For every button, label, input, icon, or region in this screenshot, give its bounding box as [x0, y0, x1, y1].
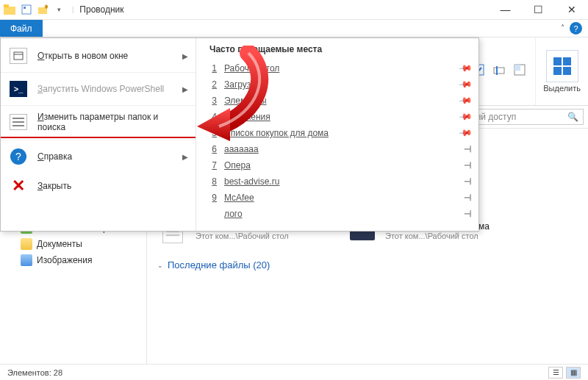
menu-item-label: Закрыть	[37, 181, 188, 191]
freq-label: McAfee	[224, 193, 456, 203]
nav-item-label: Изображения	[37, 255, 92, 265]
chevron-right-icon: ▶	[182, 52, 188, 60]
minimize-button[interactable]: —	[489, 0, 522, 20]
freq-label: Опера	[224, 160, 456, 171]
select-all-button[interactable]	[546, 50, 578, 82]
frequent-place-2[interactable]: 3Элементы📌	[209, 93, 471, 109]
frequent-place-0[interactable]: 1Рабочий стол📌	[209, 60, 471, 76]
frequent-place-7[interactable]: 8best-advise.ru⊣	[209, 173, 471, 190]
folder-blue-icon	[21, 254, 32, 266]
unpin-icon[interactable]: ⊣	[464, 160, 471, 171]
frequent-place-5[interactable]: 6aaaaaaa⊣	[209, 141, 471, 157]
help-icon[interactable]: ?	[570, 22, 582, 35]
ribbon-tab-row: Файл ˄ ?	[0, 20, 588, 37]
quick-access-toolbar: ✱ ▾	[0, 2, 69, 17]
frequent-place-4[interactable]: 5Список покупок для дома📌	[209, 125, 471, 141]
svg-rect-19	[14, 52, 23, 60]
svg-rect-2	[22, 5, 31, 14]
file-menu-item-1: >_Запустить Windows PowerShell▶	[1, 74, 196, 104]
search-icon: 🔍	[567, 112, 578, 122]
menu-item-label: Изменить параметры папок и поиска	[37, 112, 188, 132]
unpin-icon[interactable]: ⊣	[464, 209, 471, 219]
file-menu-item-2[interactable]: Изменить параметры папок и поиска	[1, 107, 196, 137]
frequent-place-8[interactable]: 9McAfee⊣	[209, 190, 471, 206]
close-button[interactable]: ✕	[555, 0, 588, 20]
svg-rect-10	[514, 65, 520, 71]
svg-rect-0	[4, 7, 15, 15]
status-bar: Элементов: 28 ☰ ▦	[0, 364, 588, 380]
freq-index: 3	[209, 96, 217, 106]
folder-yellow-icon	[21, 238, 32, 250]
freq-label: лого	[224, 209, 456, 219]
qat-newfolder-icon[interactable]: ✱	[35, 2, 50, 17]
freq-index: 9	[209, 193, 217, 203]
frequent-place-6[interactable]: 7Опера⊣	[209, 157, 471, 173]
window-title: Проводник	[79, 4, 123, 15]
invert-selection-icon[interactable]	[512, 62, 528, 78]
freq-label: best-advise.ru	[224, 176, 456, 187]
file-menu-item-0[interactable]: Открыть в новом окне▶	[1, 41, 196, 71]
chevron-right-icon: ▶	[182, 153, 188, 161]
pin-icon[interactable]: 📌	[458, 126, 473, 140]
freq-label: aaaaaaa	[224, 144, 456, 154]
pin-icon[interactable]: 📌	[458, 110, 473, 124]
pin-icon[interactable]: 📌	[458, 77, 473, 92]
freq-label: Рабочий стол	[224, 63, 453, 74]
status-item-count: Элементов: 28	[7, 368, 62, 377]
view-icons-button[interactable]: ▦	[566, 367, 581, 379]
highlight-underline	[1, 137, 196, 138]
unpin-icon[interactable]: ⊣	[464, 176, 471, 187]
freq-label: Отражения	[224, 112, 453, 122]
title-bar: ✱ ▾ | Проводник — ☐ ✕	[0, 0, 588, 20]
chevron-down-icon: ⌄	[157, 262, 163, 269]
freq-label: Элементы	[224, 96, 453, 106]
ribbon-group-select: Выделить	[535, 37, 588, 105]
svg-rect-3	[24, 7, 26, 9]
select-label: Выделить	[543, 84, 581, 93]
svg-rect-1	[4, 4, 9, 7]
svg-rect-7	[494, 68, 504, 74]
unpin-icon[interactable]: ⊣	[464, 193, 471, 203]
frequent-place-1[interactable]: 2Загрузки📌	[209, 76, 471, 93]
frequent-place-3[interactable]: 4Отражения📌	[209, 109, 471, 125]
freq-label: Загрузки	[224, 79, 453, 90]
menu-item-label: Открыть в новом окне	[37, 51, 173, 61]
powershell-icon: >_	[8, 79, 29, 99]
window-icon	[8, 46, 29, 66]
frequent-places-header: Часто посещаемые места	[209, 44, 471, 54]
qat-dropdown-icon[interactable]: ▾	[51, 2, 66, 17]
file-tab[interactable]: Файл	[0, 20, 43, 37]
recent-files-label: Последние файлы (20)	[168, 259, 270, 270]
freq-index: 5	[209, 128, 217, 138]
pin-icon[interactable]: 📌	[458, 61, 473, 76]
close-red-icon: ✕	[8, 176, 29, 196]
recent-files-header[interactable]: ⌄ Последние файлы (20)	[157, 259, 578, 270]
options-icon	[8, 112, 29, 132]
freq-label: Список покупок для дома	[224, 128, 453, 138]
freq-index: 2	[209, 79, 217, 90]
file-menu-item-4[interactable]: ✕Закрыть	[1, 171, 196, 201]
item-path: Этот ком...\Рабочий стол	[196, 232, 289, 240]
explorer-icon	[3, 2, 18, 17]
separator: |	[72, 6, 74, 13]
ribbon-expand-icon[interactable]: ˄	[561, 24, 564, 32]
freq-index: 7	[209, 160, 217, 171]
help-icon: ?	[8, 146, 29, 167]
rename-icon[interactable]	[491, 62, 507, 78]
file-menu-item-3[interactable]: ?Справка▶	[1, 142, 196, 171]
freq-index: 4	[209, 112, 217, 122]
file-menu-dropdown: Открыть в новом окне▶>_Запустить Windows…	[0, 37, 479, 232]
nav-item-label: Документы	[37, 239, 82, 249]
qat-properties-icon[interactable]	[19, 2, 34, 17]
pin-icon[interactable]: 📌	[458, 93, 473, 108]
svg-text:✱: ✱	[44, 4, 48, 10]
frequent-place-9[interactable]: лого⊣	[209, 206, 471, 222]
nav-onedrive-item-2[interactable]: Изображения	[0, 252, 146, 268]
unpin-icon[interactable]: ⊣	[464, 144, 471, 154]
freq-index: 6	[209, 144, 217, 154]
menu-item-label: Справка	[37, 151, 173, 162]
maximize-button[interactable]: ☐	[522, 0, 555, 20]
freq-index: 1	[209, 63, 217, 74]
view-details-button[interactable]: ☰	[548, 367, 563, 379]
nav-onedrive-item-1[interactable]: Документы	[0, 236, 146, 252]
